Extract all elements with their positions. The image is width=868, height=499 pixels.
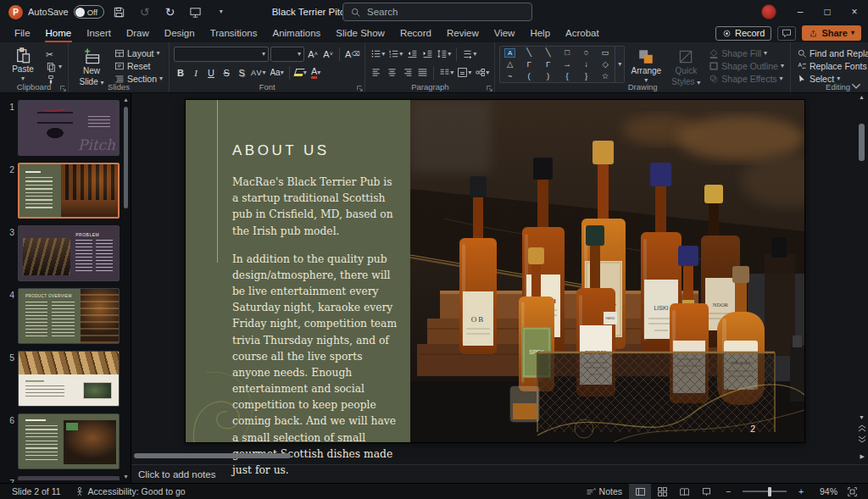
arrow-right-shape-icon[interactable]: → [563, 60, 571, 69]
paragraph-dialog-launcher-icon[interactable] [486, 85, 492, 91]
shrink-font-button[interactable]: A˅ [321, 47, 335, 61]
clear-formatting-button[interactable]: A⌫ [344, 47, 360, 61]
character-spacing-button[interactable]: AV▾ [250, 65, 267, 80]
bold-button[interactable]: B [174, 65, 187, 80]
scroll-down-icon[interactable]: ▼ [857, 414, 866, 420]
tab-file[interactable]: File [7, 24, 38, 42]
shape-fill-button[interactable]: Shape Fill▾ [707, 47, 786, 59]
tab-slide-show[interactable]: Slide Show [328, 24, 392, 42]
grow-font-button[interactable]: A˄ [306, 47, 320, 61]
vertical-scrollbar[interactable]: ▲ [857, 95, 866, 413]
bullets-button[interactable]: ▾ [370, 47, 386, 61]
text-direction-button[interactable]: ▾ [461, 47, 477, 61]
convert-to-smartart-button[interactable]: ▾ [474, 65, 490, 80]
text-shadow-button[interactable]: S [235, 65, 248, 80]
copy-button[interactable]: ▾ [44, 61, 64, 73]
minimize-button[interactable]: – [787, 0, 814, 24]
zoom-out-button[interactable]: − [717, 484, 739, 499]
elbow-arrow-shape-icon[interactable]: Γ [546, 60, 550, 69]
slide-thumbnail-2-selected[interactable] [18, 163, 120, 219]
align-left-button[interactable] [370, 65, 383, 80]
powerpoint-app-icon[interactable]: P [8, 5, 23, 19]
rounded-rectangle-shape-icon[interactable]: ▭ [602, 48, 609, 57]
quick-styles-button[interactable]: Quick Styles ▾ [667, 46, 704, 86]
line-spacing-button[interactable]: ▾ [436, 47, 452, 61]
italic-button[interactable]: I [189, 65, 203, 80]
right-brace-shape-icon[interactable]: } [585, 72, 587, 80]
zoom-slider-thumb[interactable] [768, 487, 771, 496]
current-slide[interactable]: ABOUT US MacRae's Black Terrier Pub is a… [186, 100, 804, 442]
thumbnail-panel-scrollbar[interactable]: ▲ ▼ [122, 97, 130, 480]
zoom-level[interactable]: 94% [812, 486, 837, 496]
triangle-shape-icon[interactable]: △ [507, 60, 513, 69]
underline-button[interactable]: U [204, 65, 218, 80]
justify-button[interactable] [415, 65, 429, 80]
tab-draw[interactable]: Draw [119, 24, 157, 42]
tab-insert[interactable]: Insert [79, 24, 119, 42]
tab-transitions[interactable]: Transitions [203, 24, 265, 42]
slide-text-panel[interactable]: ABOUT US MacRae's Black Terrier Pub is a… [186, 100, 410, 442]
previous-slide-button[interactable] [858, 424, 866, 432]
align-right-button[interactable] [400, 65, 414, 80]
collapse-ribbon-chevron-icon[interactable] [851, 83, 861, 89]
slide-thumbnail-4[interactable]: PRODUCT OVERVIEW [18, 288, 120, 344]
normal-view-button[interactable] [629, 484, 651, 499]
fit-slide-to-window-button[interactable] [841, 484, 863, 499]
line-arrow-shape-icon[interactable]: ╲ [546, 48, 551, 57]
record-button[interactable]: Record [715, 26, 771, 41]
zoom-slider[interactable] [743, 484, 787, 499]
slide-title[interactable]: ABOUT US [232, 142, 392, 159]
slide-thumbnail-5[interactable] [18, 351, 120, 407]
numbering-button[interactable]: ▾ [387, 47, 403, 61]
arc-shape-icon[interactable]: ( [528, 72, 531, 80]
font-color-button[interactable]: A▾ [309, 65, 323, 80]
layout-button[interactable]: Layout▾ [113, 47, 164, 59]
shapes-gallery-more-button[interactable]: ▾ [615, 47, 624, 82]
tab-view[interactable]: View [487, 24, 523, 42]
arrange-button[interactable]: Arrange ▾ [627, 46, 665, 84]
align-center-button[interactable] [385, 65, 398, 80]
share-button[interactable]: Share ▾ [802, 25, 861, 41]
account-avatar[interactable] [761, 4, 776, 19]
font-dialog-launcher-icon[interactable] [356, 85, 363, 91]
curve-shape-icon[interactable]: ) [547, 72, 549, 80]
increase-indent-button[interactable] [420, 47, 434, 61]
undo-button[interactable]: ↺ [135, 2, 155, 22]
oval-shape-icon[interactable]: ○ [584, 48, 589, 57]
autosave-toggle[interactable]: Off [74, 5, 104, 19]
tab-design[interactable]: Design [157, 24, 203, 42]
thumbnail-scroll-down-icon[interactable]: ▼ [122, 474, 130, 480]
quick-access-toolbar-chevron-icon[interactable]: ▾ [211, 2, 231, 22]
left-brace-shape-icon[interactable]: { [566, 72, 569, 80]
star-shape-icon[interactable]: ☆ [602, 72, 609, 80]
font-name-combobox[interactable]: ▾ [174, 47, 269, 62]
slide-thumbnail-7[interactable] [18, 476, 120, 480]
strikethrough-button[interactable]: S [220, 65, 233, 80]
highlight-color-button[interactable]: ▾ [294, 65, 308, 80]
scribble-shape-icon[interactable]: ~ [508, 72, 513, 80]
tab-acrobat[interactable]: Acrobat [558, 24, 607, 42]
cut-button[interactable]: ✂ [44, 48, 64, 60]
slide-thumbnail-3[interactable]: PROBLEM [18, 225, 120, 281]
slide-thumbnail-6[interactable] [18, 413, 120, 469]
reset-button[interactable]: Reset [113, 60, 164, 72]
paste-button[interactable]: Paste ▾ [4, 46, 42, 82]
find-and-replace-button[interactable]: Find and Replace [795, 47, 868, 59]
scroll-right-icon[interactable]: ▶ [860, 453, 865, 459]
align-text-button[interactable]: ▾ [456, 65, 472, 80]
tab-help[interactable]: Help [522, 24, 558, 42]
comments-button[interactable] [777, 26, 796, 41]
redo-button[interactable]: ↻ [160, 2, 181, 22]
font-size-combobox[interactable]: ▾ [270, 47, 304, 62]
start-presentation-icon[interactable] [186, 2, 206, 22]
next-slide-button[interactable] [858, 435, 866, 444]
slide-thumbnail-1[interactable]: Pitch [18, 100, 120, 156]
replace-fonts-button[interactable]: Replace Fonts [795, 60, 868, 72]
tab-review[interactable]: Review [439, 24, 487, 42]
save-button[interactable] [109, 2, 130, 22]
tab-record[interactable]: Record [392, 24, 439, 42]
whisky-bottles-photo[interactable]: OB LAPHROI [410, 100, 804, 442]
slide-show-button[interactable] [695, 484, 717, 499]
accessibility-checker[interactable]: Accessibility: Good to go [68, 484, 192, 499]
clipboard-dialog-launcher-icon[interactable] [59, 85, 66, 91]
